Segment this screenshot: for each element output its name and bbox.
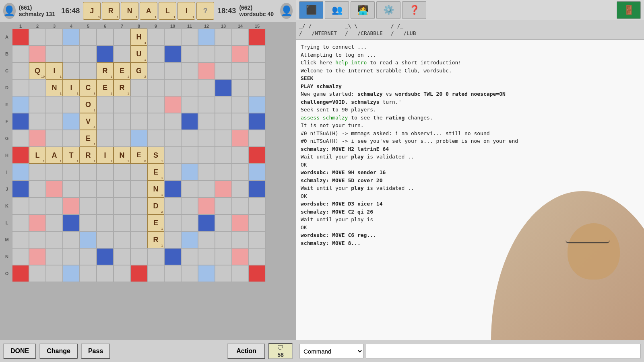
cell-G15[interactable] <box>249 130 266 147</box>
cell-G13[interactable] <box>215 130 232 147</box>
cell-D12[interactable] <box>198 79 215 96</box>
cell-L12[interactable] <box>198 214 215 231</box>
cell-O10[interactable] <box>164 265 181 282</box>
cell-F8[interactable] <box>130 113 147 130</box>
cell-A2[interactable] <box>29 29 46 45</box>
cell-O8[interactable] <box>130 265 147 282</box>
cell-C1[interactable] <box>12 62 29 79</box>
command-select[interactable]: Command MOVE PASS RESIGN CHAT <box>299 344 363 358</box>
cell-H11[interactable] <box>181 147 198 164</box>
cell-D9[interactable] <box>147 79 164 96</box>
cell-A14[interactable] <box>232 29 249 45</box>
cell-F6[interactable] <box>97 113 114 130</box>
cell-C10[interactable] <box>164 62 181 79</box>
cell-D11[interactable] <box>181 79 198 96</box>
toolbar-logout-btn[interactable]: 🚪 <box>617 1 641 19</box>
cell-B11[interactable] <box>181 45 198 62</box>
action-button[interactable]: Action <box>227 343 265 359</box>
cell-L3[interactable] <box>46 214 63 231</box>
cell-L5[interactable] <box>80 214 97 231</box>
cell-I12[interactable] <box>198 164 215 181</box>
cell-A5[interactable] <box>80 29 97 45</box>
cell-L11[interactable] <box>181 214 198 231</box>
pass-button[interactable]: Pass <box>81 343 110 359</box>
cell-N9[interactable] <box>147 248 164 265</box>
rack-tile-A[interactable]: A1 <box>140 2 157 20</box>
cell-C15[interactable] <box>249 62 266 79</box>
cell-J5[interactable] <box>80 181 97 197</box>
cell-G3[interactable] <box>46 130 63 147</box>
cell-E13[interactable] <box>215 96 232 113</box>
assess-link[interactable]: assess schmalzy <box>301 115 348 121</box>
cell-E12[interactable] <box>198 96 215 113</box>
cell-M5[interactable] <box>80 231 97 248</box>
cell-N11[interactable] <box>181 248 198 265</box>
cell-J13[interactable] <box>215 181 232 197</box>
cell-G14[interactable] <box>232 130 249 147</box>
cell-B9[interactable] <box>147 45 164 62</box>
cell-M13[interactable] <box>215 231 232 248</box>
cell-M8[interactable] <box>130 231 147 248</box>
change-button[interactable]: Change <box>39 343 78 359</box>
cell-A12[interactable] <box>198 29 215 45</box>
cell-M12[interactable] <box>198 231 215 248</box>
cell-M2[interactable] <box>29 231 46 248</box>
cell-L10[interactable] <box>164 214 181 231</box>
cell-F13[interactable] <box>215 113 232 130</box>
cell-D6-E[interactable]: E1 <box>97 79 114 96</box>
cell-D14[interactable] <box>232 79 249 96</box>
cell-B13[interactable] <box>215 45 232 62</box>
cell-B5[interactable] <box>80 45 97 62</box>
cell-B12[interactable] <box>198 45 215 62</box>
cell-I5[interactable] <box>80 164 97 181</box>
cell-I11[interactable] <box>181 164 198 181</box>
cell-O3[interactable] <box>46 265 63 282</box>
cell-B6[interactable] <box>97 45 114 62</box>
cell-H6-I[interactable]: I1 <box>97 147 114 164</box>
cell-J3[interactable] <box>46 181 63 197</box>
cell-A13[interactable] <box>215 29 232 45</box>
cell-K1[interactable] <box>12 197 29 214</box>
cell-A6[interactable] <box>97 29 114 45</box>
cell-N3[interactable] <box>46 248 63 265</box>
cell-C14[interactable] <box>232 62 249 79</box>
cell-I2[interactable] <box>29 164 46 181</box>
cell-I8[interactable] <box>130 164 147 181</box>
cell-G11[interactable] <box>181 130 198 147</box>
cell-G5-E[interactable]: E1 <box>80 130 97 147</box>
cell-G4[interactable] <box>63 130 80 147</box>
cell-B7[interactable] <box>114 45 130 62</box>
cell-A9[interactable] <box>147 29 164 45</box>
cell-C6-R[interactable]: R1 <box>97 62 114 79</box>
cell-L9-E[interactable]: E1 <box>147 214 164 231</box>
cell-J1[interactable] <box>12 181 29 197</box>
toolbar-board-btn[interactable]: ⬛ <box>299 1 323 19</box>
cell-K2[interactable] <box>29 197 46 214</box>
cell-E11[interactable] <box>181 96 198 113</box>
rack-tile-blank[interactable]: ? <box>196 2 214 20</box>
cell-L8[interactable] <box>130 214 147 231</box>
cell-K6[interactable] <box>97 197 114 214</box>
cell-I9-E[interactable]: E1 <box>147 164 164 181</box>
cell-N15[interactable] <box>249 248 266 265</box>
cell-I6[interactable] <box>97 164 114 181</box>
cell-M6[interactable] <box>97 231 114 248</box>
cell-N2[interactable] <box>29 248 46 265</box>
cell-H2-L[interactable]: L1 <box>29 147 46 164</box>
cell-L14[interactable] <box>232 214 249 231</box>
cell-L13[interactable] <box>215 214 232 231</box>
cell-G10[interactable] <box>164 130 181 147</box>
cell-O15[interactable] <box>249 265 266 282</box>
cell-I1[interactable] <box>12 164 29 181</box>
cell-J2[interactable] <box>29 181 46 197</box>
cell-E6[interactable] <box>97 96 114 113</box>
cell-D1[interactable] <box>12 79 29 96</box>
cell-I10[interactable] <box>164 164 181 181</box>
cell-K13[interactable] <box>215 197 232 214</box>
cell-O2[interactable] <box>29 265 46 282</box>
cell-K3[interactable] <box>46 197 63 214</box>
cell-M14[interactable] <box>232 231 249 248</box>
cell-J14[interactable] <box>232 181 249 197</box>
cell-D4-I[interactable]: I1 <box>63 79 80 96</box>
cell-L15[interactable] <box>249 214 266 231</box>
